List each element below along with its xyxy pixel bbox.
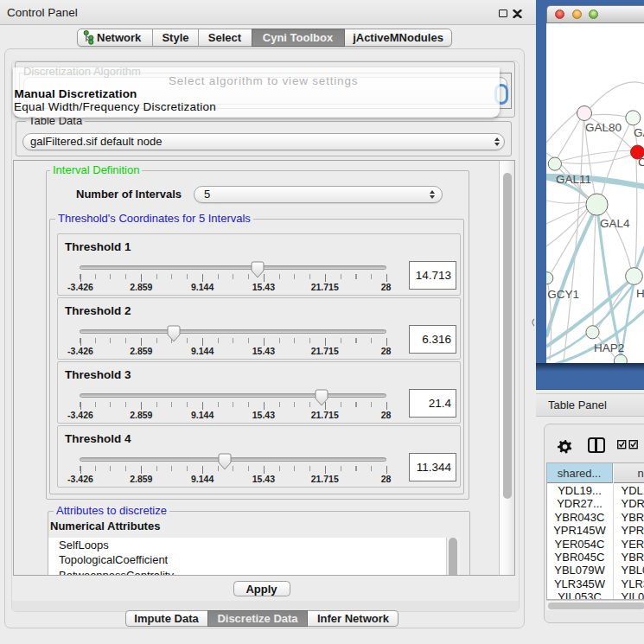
- svg-text:GA: GA: [634, 126, 644, 139]
- svg-text:HAP2: HAP2: [594, 341, 624, 354]
- svg-text:GAL80: GAL80: [585, 121, 622, 134]
- svg-text:H: H: [636, 287, 644, 300]
- svg-text:GAL11: GAL11: [556, 173, 591, 186]
- svg-text:C: C: [638, 156, 644, 169]
- svg-text:GAL4: GAL4: [600, 217, 630, 230]
- svg-text:GCY1: GCY1: [547, 288, 579, 301]
